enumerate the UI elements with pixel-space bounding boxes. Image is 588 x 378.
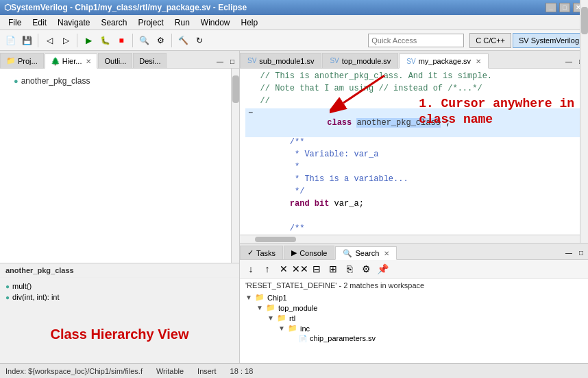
- class-tree-item-root[interactable]: ● another_pkg_class: [8, 74, 231, 88]
- inc-toggle[interactable]: ▼: [278, 324, 285, 332]
- semicolon: ;: [441, 118, 450, 128]
- collapse-icon[interactable]: −: [248, 108, 253, 118]
- menu-project[interactable]: Project: [132, 16, 169, 29]
- code-line-2: // Note that I am using // instead of /*…: [245, 84, 583, 96]
- tree-node-chip1[interactable]: ▼ 📁 Chip1: [245, 292, 583, 303]
- left-upper-scrollbar[interactable]: [231, 69, 239, 263]
- next-match-button[interactable]: ↓: [244, 262, 258, 276]
- run-button[interactable]: ▶: [81, 33, 96, 48]
- bottom-tab-console[interactable]: ▶ Console: [284, 246, 334, 259]
- hierarchy-tab-label: Hier...: [62, 57, 82, 65]
- minimize-button[interactable]: _: [546, 3, 556, 12]
- tab-outline[interactable]: Outli...: [98, 53, 132, 68]
- bottom-panel-controls: — □: [562, 246, 588, 259]
- code-line-3-text: //: [245, 96, 583, 106]
- left-upper-panel: 📁 Proj... 🌲 Hier... ✕ Outli... Desi... —…: [0, 51, 239, 263]
- tree-node-top-module[interactable]: ▼ 📁 top_module: [256, 303, 583, 313]
- expand-all-button[interactable]: ⊞: [326, 262, 340, 276]
- bottom-tab-tasks[interactable]: ✓ Tasks: [240, 246, 283, 259]
- copy-button[interactable]: ⎘: [343, 262, 356, 276]
- perspective-sv[interactable]: SV SystemVerilog: [513, 33, 585, 48]
- editor-minimize-button[interactable]: —: [563, 56, 574, 67]
- inc-folder-icon: 📁: [288, 324, 297, 333]
- pin-button[interactable]: 📌: [376, 262, 389, 276]
- menu-edit[interactable]: Edit: [27, 16, 52, 29]
- editor-tab-sub-module[interactable]: SV sub_module1.sv: [240, 53, 321, 68]
- tab-hierarchy[interactable]: 🌲 Hier... ✕: [45, 54, 98, 69]
- class-hierarchy-view-label: Class Hierarchy View: [0, 305, 239, 363]
- search-options-button[interactable]: ⚙: [359, 262, 373, 276]
- collapse-all-button[interactable]: ⊟: [310, 262, 323, 276]
- tree-node-rtl[interactable]: ▼ 📁 rtl: [267, 313, 583, 323]
- perspective-cpp[interactable]: C C/C++: [469, 33, 511, 48]
- search-toolbar-btn[interactable]: 🔍: [136, 33, 151, 48]
- code-line-10: rand bit var_a;: [245, 199, 583, 211]
- method-div-icon: ●: [5, 294, 10, 301]
- editor-tab-top-module[interactable]: SV top_module.sv: [322, 53, 398, 68]
- rtl-toggle[interactable]: ▼: [267, 314, 274, 322]
- method-mult[interactable]: ● mult(): [5, 281, 234, 292]
- left-minimize-button[interactable]: —: [215, 56, 225, 67]
- search-results-area: 'RESET_STATE1_DEFINE' - 2 matches in wor…: [240, 279, 588, 363]
- method-div[interactable]: ● div(int, int): int: [5, 292, 234, 303]
- chip1-label: Chip1: [267, 294, 287, 302]
- tasks-tab-label: Tasks: [256, 249, 275, 257]
- toolbar-sep-3: [132, 34, 133, 47]
- new-button[interactable]: 📄: [3, 33, 18, 48]
- top-module-tree-label: top_module: [278, 304, 318, 312]
- top-module-toggle[interactable]: ▼: [256, 304, 263, 311]
- left-maximize-button[interactable]: □: [227, 56, 238, 67]
- menu-navigate[interactable]: Navigate: [52, 16, 95, 29]
- code-line-1-text: // This is another_pkg_class. And it is …: [245, 71, 583, 81]
- bottom-scrollbar[interactable]: [580, 0, 588, 120]
- editor-scrollbar-h[interactable]: [240, 235, 580, 243]
- status-position: 18 : 18: [230, 367, 254, 375]
- remove-all-button[interactable]: ✕✕: [293, 262, 307, 276]
- prev-match-button[interactable]: ↑: [260, 262, 274, 276]
- bottom-maximize-btn[interactable]: □: [576, 247, 587, 258]
- refresh-button[interactable]: ↻: [192, 33, 207, 48]
- menu-file[interactable]: File: [3, 16, 27, 29]
- my-package-tab-close[interactable]: ✕: [476, 58, 481, 65]
- build-button[interactable]: 🔨: [175, 33, 191, 48]
- stop-button[interactable]: ■: [114, 33, 129, 48]
- sv-perspective-label: SystemVerilog: [531, 36, 579, 45]
- editor-area[interactable]: // This is another_pkg_class. And it is …: [240, 69, 588, 243]
- bottom-tab-search[interactable]: 🔍 Search ✕: [335, 246, 397, 260]
- status-insert: Insert: [197, 367, 217, 375]
- forward-button[interactable]: ▷: [58, 33, 73, 48]
- search-toolbar: ↓ ↑ ✕ ✕✕ ⊟ ⊞ ⎘ ⚙ 📌: [240, 260, 588, 279]
- editor-tabs: SV sub_module1.sv SV top_module.sv SV my…: [240, 51, 588, 69]
- left-panel: 📁 Proj... 🌲 Hier... ✕ Outli... Desi... —…: [0, 51, 240, 363]
- code-line-9: */: [245, 187, 583, 199]
- hierarchy-tab-close[interactable]: ✕: [86, 58, 91, 65]
- left-upper-scroll-thumb: [232, 75, 239, 103]
- left-lower-panel: another_pkg_class ● mult() ● div(int, in…: [0, 263, 239, 363]
- editor-tab-my-package[interactable]: SV my_package.sv ✕: [399, 54, 489, 69]
- tab-project[interactable]: 📁 Proj...: [0, 53, 44, 68]
- settings-button[interactable]: ⚙: [153, 33, 168, 48]
- top-module-tab-label: top_module.sv: [342, 57, 391, 65]
- debug-button[interactable]: 🐛: [97, 33, 112, 48]
- code-line-1: // This is another_pkg_class. And it is …: [245, 71, 583, 84]
- menu-help[interactable]: Help: [236, 16, 264, 29]
- class-tree-root: ● another_pkg_class: [0, 69, 239, 93]
- menu-window[interactable]: Window: [195, 16, 236, 29]
- keyword-class: class: [313, 118, 357, 128]
- menu-run[interactable]: Run: [169, 16, 195, 29]
- remove-match-button[interactable]: ✕: [277, 262, 291, 276]
- tree-node-chip-params[interactable]: 📄 chip_parameters.sv: [289, 333, 583, 343]
- back-button[interactable]: ◁: [42, 33, 57, 48]
- design-tab-label: Desi...: [139, 57, 160, 65]
- menu-search[interactable]: Search: [95, 16, 132, 29]
- quick-access-input[interactable]: [368, 34, 464, 47]
- status-writable: Writable: [156, 367, 184, 375]
- tab-design[interactable]: Desi...: [133, 53, 167, 68]
- bottom-minimize-btn[interactable]: —: [563, 247, 574, 258]
- maximize-button[interactable]: □: [559, 3, 570, 12]
- chip1-toggle[interactable]: ▼: [245, 294, 252, 301]
- save-button[interactable]: 💾: [19, 33, 34, 48]
- tree-node-inc[interactable]: ▼ 📁 inc: [278, 323, 583, 333]
- search-tab-close[interactable]: ✕: [384, 250, 389, 257]
- perspective-buttons: C C/C++ SV SystemVerilog: [469, 33, 585, 48]
